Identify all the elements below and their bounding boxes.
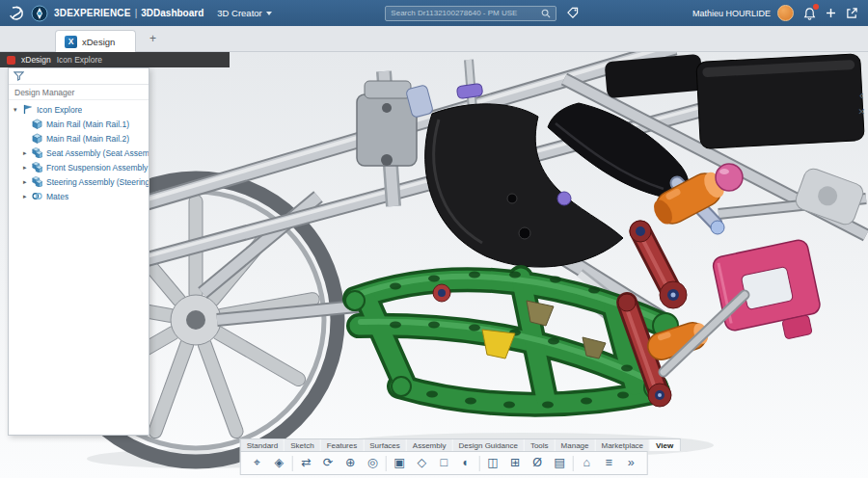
- tree-item[interactable]: ▸Mates: [9, 189, 149, 203]
- edge-controls: ‹ ✕: [857, 91, 865, 117]
- ribbon-tab-marketplace[interactable]: Marketplace: [595, 439, 650, 451]
- dassault-logo-icon[interactable]: [7, 5, 26, 21]
- design-manager-panel: Design Manager ▾ Icon Explore Main Rail …: [8, 67, 149, 436]
- share-button[interactable]: [846, 7, 858, 19]
- ribbon-tab-surfaces[interactable]: Surfaces: [364, 439, 407, 451]
- action-bar: StandardSketchFeaturesSurfacesAssemblyDe…: [240, 438, 681, 475]
- xdesign-logo-icon: X: [65, 36, 77, 48]
- ribbon-tab-design-guidance[interactable]: Design Guidance: [453, 439, 525, 451]
- expander-icon[interactable]: ▸: [23, 164, 32, 172]
- perspective-icon[interactable]: ⌂: [576, 452, 598, 474]
- look-at-icon[interactable]: ◎: [362, 452, 384, 474]
- viewport: xDesign Icon Explore Design Manager ▾: [0, 52, 868, 478]
- assembly-icon: [32, 147, 44, 158]
- assembly-icon: [32, 162, 44, 173]
- shaded-view-icon[interactable]: ◐: [455, 452, 477, 474]
- tab-xdesign-label: xDesign: [82, 37, 115, 47]
- tree-item-label: Mates: [46, 192, 68, 201]
- tab-xdesign[interactable]: X xDesign: [55, 30, 136, 52]
- ribbon-tab-tools[interactable]: Tools: [525, 439, 556, 451]
- expander-icon[interactable]: ▸: [23, 193, 32, 200]
- global-search[interactable]: [385, 6, 556, 21]
- ribbon-tab-manage[interactable]: Manage: [556, 439, 596, 451]
- application-window: 3DEXPERIENCE | 3DDashboard 3D Creator: [0, 0, 868, 478]
- search-icon[interactable]: [541, 9, 551, 18]
- user-name[interactable]: Mathieu HOURLIDE: [692, 9, 771, 18]
- tree-item-label: Seat Assembly (Seat Assembly.1): [46, 148, 149, 158]
- zoom-area-icon[interactable]: ▣: [389, 452, 411, 474]
- tree-children: Main Rail (Main Rail.1)Main Rail (Main R…: [9, 117, 149, 203]
- breadcrumb-app[interactable]: xDesign: [21, 55, 51, 65]
- new-tab-button[interactable]: +: [149, 32, 156, 45]
- tree-item[interactable]: Main Rail (Main Rail.1): [9, 117, 149, 131]
- rotate-view-icon[interactable]: ⟳: [317, 452, 339, 474]
- breadcrumb-document[interactable]: Icon Explore: [57, 55, 102, 65]
- add-button[interactable]: [826, 8, 836, 18]
- tag-icon[interactable]: [566, 7, 579, 19]
- tree-item[interactable]: ▸Steering Assembly (Steering As: [9, 174, 149, 189]
- hide-show-icon[interactable]: Ø: [527, 452, 549, 474]
- toolbar-separator: [386, 456, 387, 471]
- tree-item[interactable]: ▸Seat Assembly (Seat Assembly.1): [9, 146, 149, 160]
- pan-icon[interactable]: ⇄: [295, 452, 317, 474]
- ribbon-tab-features[interactable]: Features: [321, 439, 365, 451]
- brand-separator: |: [135, 8, 138, 18]
- notification-badge: [813, 4, 819, 10]
- plus-icon: [826, 8, 836, 18]
- root-icon: [22, 104, 35, 115]
- product-menu-label: 3D Creator: [217, 8, 261, 18]
- breadcrumb: xDesign Icon Explore: [0, 52, 230, 67]
- notifications-button[interactable]: [803, 7, 816, 20]
- toolbar-separator: [479, 456, 480, 471]
- view-cube-icon[interactable]: ◈: [268, 452, 290, 474]
- tree-item-label: Icon Explore: [37, 105, 82, 115]
- compass-icon[interactable]: [31, 5, 48, 22]
- tree-item-root[interactable]: ▾ Icon Explore: [9, 102, 149, 117]
- display-settings-icon[interactable]: ≡: [598, 452, 620, 474]
- mates-icon: [32, 191, 44, 201]
- collapse-panel-icon[interactable]: ‹: [859, 91, 863, 100]
- grid-icon[interactable]: ⊞: [504, 452, 527, 474]
- assembly-icon: [32, 176, 44, 187]
- product-menu[interactable]: 3D Creator: [217, 8, 271, 18]
- tree-item-label: Main Rail (Main Rail.2): [46, 134, 129, 144]
- share-icon: [846, 7, 858, 19]
- toolbar-separator: [292, 456, 293, 471]
- part-icon: [32, 133, 44, 144]
- zoom-in-icon[interactable]: ⊕: [339, 452, 362, 474]
- tree-item[interactable]: ▸Front Suspension Assembly (Fro: [9, 160, 149, 174]
- action-bar-tools: ⌖◈⇄⟳⊕◎▣◇□◐◫⊞Ø▤⌂≡»: [240, 451, 648, 475]
- design-tree: ▾ Icon Explore Main Rail (Main Rail.1)Ma…: [9, 100, 149, 435]
- tree-item-label: Steering Assembly (Steering As: [46, 177, 149, 187]
- tree-item-label: Main Rail (Main Rail.1): [46, 120, 129, 129]
- expander-icon[interactable]: ▸: [23, 149, 32, 157]
- ambient-occlusion-icon[interactable]: ▤: [549, 452, 571, 474]
- panel-title: Design Manager: [9, 85, 149, 100]
- zoom-fit-icon[interactable]: ⌖: [246, 452, 268, 474]
- chevron-down-icon: [266, 12, 272, 15]
- tree-item-label: Front Suspension Assembly (Fro: [46, 163, 149, 173]
- ribbon-tab-assembly[interactable]: Assembly: [407, 439, 453, 451]
- part-icon: [32, 119, 44, 129]
- expander-icon[interactable]: ▸: [23, 178, 32, 186]
- iso-view-icon[interactable]: ◇: [411, 452, 433, 474]
- section-view-icon[interactable]: ◫: [482, 452, 504, 474]
- document-tab-bar: X xDesign +: [0, 26, 868, 52]
- ribbon-tab-view[interactable]: View: [650, 439, 680, 451]
- more-tools-icon[interactable]: »: [620, 452, 642, 474]
- xdesign-app-icon[interactable]: [7, 56, 15, 65]
- dashboard-title: 3DDashboard: [141, 8, 203, 18]
- toolbar-separator: [573, 456, 574, 471]
- search-input[interactable]: [391, 9, 537, 17]
- tree-item[interactable]: Main Rail (Main Rail.2): [9, 131, 149, 146]
- ribbon-tab-standard[interactable]: Standard: [241, 439, 285, 451]
- ribbon-tab-sketch[interactable]: Sketch: [285, 439, 320, 451]
- user-avatar[interactable]: [777, 5, 794, 21]
- close-icon[interactable]: ✕: [857, 107, 865, 117]
- filter-icon[interactable]: [14, 71, 24, 81]
- action-bar-tabs: StandardSketchFeaturesSurfacesAssemblyDe…: [240, 438, 681, 451]
- top-bar: 3DEXPERIENCE | 3DDashboard 3D Creator: [0, 0, 868, 26]
- brand-title: 3DEXPERIENCE: [54, 8, 131, 18]
- expander-icon[interactable]: ▾: [14, 106, 22, 114]
- wireframe-icon[interactable]: □: [433, 452, 455, 474]
